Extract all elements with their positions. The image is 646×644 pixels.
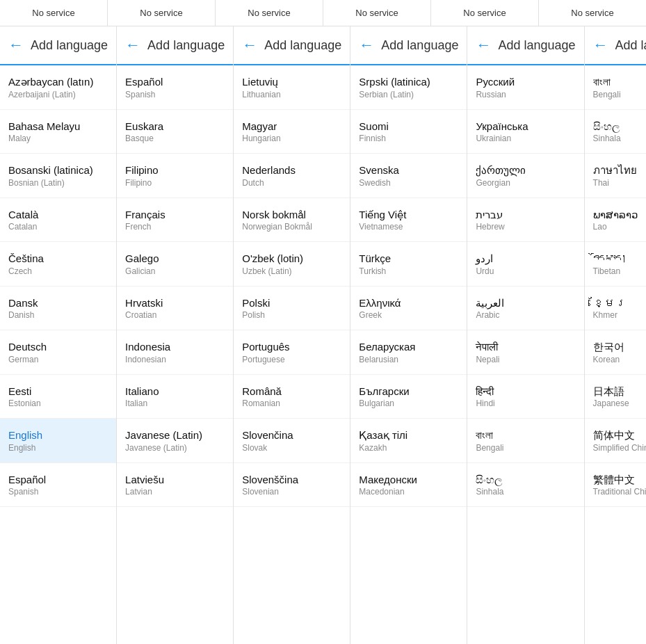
language-item-4-8[interactable]: বাংলাBengali — [467, 419, 583, 463]
back-arrow-2[interactable]: ← — [242, 36, 257, 54]
language-english-5-0: Bengali — [593, 90, 646, 99]
back-arrow-1[interactable]: ← — [125, 36, 140, 54]
language-english-3-1: Finnish — [359, 134, 458, 143]
language-item-2-0[interactable]: LietuviųLithuanian — [234, 65, 350, 110]
language-item-5-7[interactable]: 日本語Japanese — [585, 375, 646, 419]
language-english-5-1: Sinhala — [593, 134, 646, 143]
language-item-1-3[interactable]: FrançaisFrench — [117, 198, 233, 243]
language-native-4-7: हिन्दी — [476, 385, 575, 399]
back-arrow-0[interactable]: ← — [8, 36, 24, 54]
language-native-0-1: Bahasa Melayu — [8, 120, 108, 134]
language-item-5-8[interactable]: 简体中文Simplified Chinese — [585, 419, 646, 463]
language-item-1-6[interactable]: IndonesiaIndonesian — [117, 330, 233, 375]
language-item-0-2[interactable]: Bosanski (latinica)Bosnian (Latin) — [0, 154, 116, 198]
language-item-1-1[interactable]: EuskaraBasque — [117, 110, 233, 154]
language-item-3-8[interactable]: Қазақ тіліKazakh — [350, 419, 467, 463]
language-item-1-2[interactable]: FilipinoFilipino — [117, 154, 233, 198]
language-item-4-7[interactable]: हिन्दीHindi — [467, 375, 583, 419]
language-item-5-1[interactable]: සිංහලSinhala — [585, 110, 646, 154]
language-native-3-4: Türkçe — [359, 252, 458, 266]
language-english-1-2: Filipino — [125, 178, 225, 188]
language-english-0-8: English — [8, 443, 108, 453]
language-item-0-7[interactable]: EestiEstonian — [0, 375, 116, 419]
language-item-2-9[interactable]: SlovenščinaSlovenian — [234, 463, 350, 508]
language-item-2-8[interactable]: SlovenčinaSlovak — [234, 419, 350, 463]
language-item-5-9[interactable]: 繁體中文Traditional Chinese — [585, 463, 646, 508]
language-native-2-8: Slovenčina — [242, 428, 341, 442]
language-item-0-6[interactable]: DeutschGerman — [0, 330, 116, 375]
language-item-2-2[interactable]: NederlandsDutch — [234, 154, 350, 198]
language-item-0-0[interactable]: Azərbaycan (latın)Azerbaijani (Latin) — [0, 65, 116, 110]
language-item-5-3[interactable]: ພາສາລາວLao — [585, 198, 646, 243]
language-item-3-6[interactable]: БеларускаяBelarusian — [350, 330, 467, 375]
language-english-1-8: Javanese (Latin) — [125, 443, 225, 453]
language-english-2-1: Hungarian — [242, 134, 341, 143]
language-native-5-5: ខ្មែរ — [593, 296, 646, 310]
language-english-3-9: Macedonian — [359, 487, 458, 497]
language-item-2-3[interactable]: Norsk bokmålNorwegian Bokmål — [234, 198, 350, 243]
language-item-1-9[interactable]: LatviešuLatvian — [117, 463, 233, 508]
language-item-3-3[interactable]: Tiếng ViệtVietnamese — [350, 198, 467, 243]
language-item-0-8[interactable]: EnglishEnglish — [0, 419, 116, 463]
language-english-4-0: Russian — [476, 90, 575, 99]
language-item-1-4[interactable]: GalegoGalician — [117, 242, 233, 287]
language-native-0-7: Eesti — [8, 385, 108, 399]
language-english-4-1: Ukrainian — [476, 134, 575, 143]
language-item-2-6[interactable]: PortuguêsPortuguese — [234, 330, 350, 375]
language-item-3-1[interactable]: SuomiFinnish — [350, 110, 467, 154]
language-item-3-0[interactable]: Srpski (latinica)Serbian (Latin) — [350, 65, 467, 110]
language-english-2-8: Slovak — [242, 443, 341, 453]
language-native-5-3: ພາສາລາວ — [593, 208, 646, 222]
language-item-1-8[interactable]: Javanese (Latin)Javanese (Latin) — [117, 419, 233, 463]
language-native-1-3: Français — [125, 208, 225, 222]
language-item-4-0[interactable]: РусскийRussian — [467, 65, 583, 110]
language-native-3-3: Tiếng Việt — [359, 208, 458, 222]
back-arrow-4[interactable]: ← — [476, 36, 491, 54]
language-item-5-0[interactable]: বাংলাBengali — [585, 65, 646, 110]
language-item-1-5[interactable]: HrvatskiCroatian — [117, 287, 233, 331]
language-item-1-0[interactable]: EspañolSpanish — [117, 65, 233, 110]
language-item-2-5[interactable]: PolskiPolish — [234, 287, 350, 331]
language-item-5-6[interactable]: 한국어Korean — [585, 330, 646, 375]
language-item-1-7[interactable]: ItalianoItalian — [117, 375, 233, 419]
language-native-3-0: Srpski (latinica) — [359, 75, 458, 89]
language-item-0-3[interactable]: CatalàCatalan — [0, 198, 116, 243]
language-native-5-4: བོད་སྐད། — [593, 252, 646, 266]
language-item-3-2[interactable]: SvenskaSwedish — [350, 154, 467, 198]
language-item-5-2[interactable]: ภาษาไทยThai — [585, 154, 646, 198]
language-item-3-7[interactable]: БългарскиBulgarian — [350, 375, 467, 419]
language-native-1-0: Español — [125, 75, 225, 89]
language-native-2-6: Português — [242, 340, 341, 354]
language-item-4-3[interactable]: עבריתHebrew — [467, 198, 583, 243]
back-arrow-3[interactable]: ← — [359, 36, 374, 54]
language-native-3-1: Suomi — [359, 120, 458, 134]
language-item-4-6[interactable]: नेपालीNepali — [467, 330, 583, 375]
language-english-1-4: Galician — [125, 266, 225, 276]
language-item-4-5[interactable]: العربيةArabic — [467, 287, 583, 331]
language-list-0: Azərbaycan (latın)Azerbaijani (Latin)Bah… — [0, 65, 116, 644]
language-item-5-5[interactable]: ខ្មែរKhmer — [585, 287, 646, 331]
language-item-0-5[interactable]: DanskDanish — [0, 287, 116, 331]
language-item-4-9[interactable]: සිංහලSinhala — [467, 463, 583, 508]
language-item-2-1[interactable]: MagyarHungarian — [234, 110, 350, 154]
language-native-0-4: Čeština — [8, 252, 108, 266]
language-english-2-4: Uzbek (Latin) — [242, 266, 341, 276]
language-item-0-1[interactable]: Bahasa MelayuMalay — [0, 110, 116, 154]
language-item-3-4[interactable]: TürkçeTurkish — [350, 242, 467, 287]
language-item-2-7[interactable]: RomânăRomanian — [234, 375, 350, 419]
language-english-5-5: Khmer — [593, 310, 646, 320]
language-item-4-4[interactable]: اردوUrdu — [467, 242, 583, 287]
language-item-4-1[interactable]: УкраїнськаUkrainian — [467, 110, 583, 154]
language-item-4-2[interactable]: ქართულიGeorgian — [467, 154, 583, 198]
language-item-3-5[interactable]: ΕλληνικάGreek — [350, 287, 467, 331]
columns-wrapper: ←Add languageAzərbaycan (latın)Azerbaija… — [0, 26, 646, 644]
language-item-0-4[interactable]: ČeštinaCzech — [0, 242, 116, 287]
language-item-2-4[interactable]: O'zbek (lotin)Uzbek (Latin) — [234, 242, 350, 287]
language-item-5-4[interactable]: བོད་སྐད།Tibetan — [585, 242, 646, 287]
language-list-4: РусскийRussianУкраїнськаUkrainianქართული… — [467, 65, 583, 644]
language-native-4-5: العربية — [476, 296, 575, 310]
language-native-0-0: Azərbaycan (latın) — [8, 75, 108, 89]
back-arrow-5[interactable]: ← — [593, 36, 608, 54]
language-item-0-9[interactable]: EspañolSpanish — [0, 463, 116, 508]
language-item-3-9[interactable]: МакедонскиMacedonian — [350, 463, 467, 508]
